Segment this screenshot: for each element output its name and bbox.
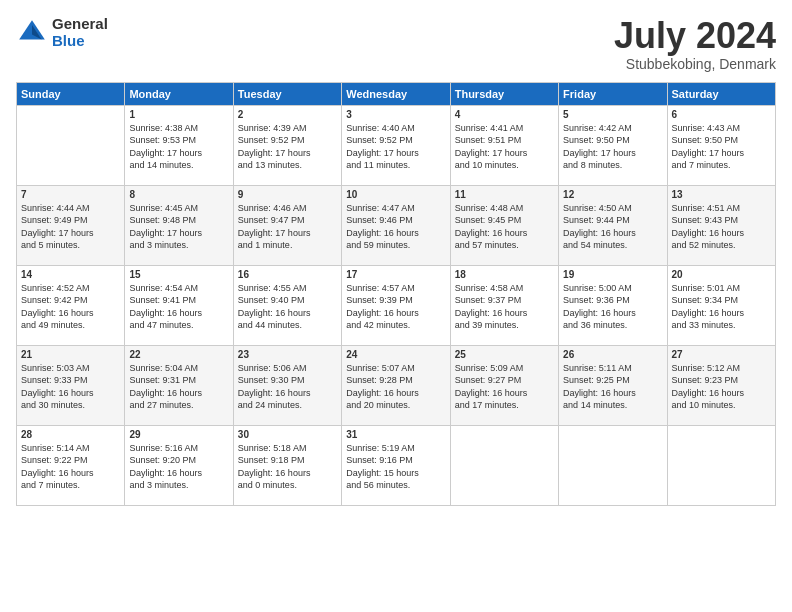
day-number: 31 xyxy=(346,429,445,440)
cell-line: and 7 minutes. xyxy=(672,159,771,172)
cell-line: and 52 minutes. xyxy=(672,239,771,252)
cell-line: Sunrise: 5:01 AM xyxy=(672,282,771,295)
day-number: 3 xyxy=(346,109,445,120)
cell-line: Daylight: 16 hours xyxy=(238,387,337,400)
calendar-cell: 14Sunrise: 4:52 AMSunset: 9:42 PMDayligh… xyxy=(17,265,125,345)
calendar-cell: 8Sunrise: 4:45 AMSunset: 9:48 PMDaylight… xyxy=(125,185,233,265)
cell-line: Sunset: 9:25 PM xyxy=(563,374,662,387)
cell-line: Sunset: 9:52 PM xyxy=(346,134,445,147)
cell-line: Daylight: 16 hours xyxy=(21,467,120,480)
day-header-sunday: Sunday xyxy=(17,82,125,105)
day-number: 14 xyxy=(21,269,120,280)
cell-line: Daylight: 16 hours xyxy=(672,387,771,400)
cell-line: Daylight: 16 hours xyxy=(21,307,120,320)
cell-line: Sunset: 9:40 PM xyxy=(238,294,337,307)
cell-line: Sunrise: 4:50 AM xyxy=(563,202,662,215)
calendar-cell: 19Sunrise: 5:00 AMSunset: 9:36 PMDayligh… xyxy=(559,265,667,345)
cell-line: Sunset: 9:30 PM xyxy=(238,374,337,387)
cell-line: Sunrise: 4:58 AM xyxy=(455,282,554,295)
logo-text: General Blue xyxy=(52,16,108,49)
cell-line: Sunrise: 5:06 AM xyxy=(238,362,337,375)
cell-content: Sunrise: 4:58 AMSunset: 9:37 PMDaylight:… xyxy=(455,282,554,332)
month-title: July 2024 xyxy=(614,16,776,56)
cell-content: Sunrise: 4:46 AMSunset: 9:47 PMDaylight:… xyxy=(238,202,337,252)
cell-content: Sunrise: 5:06 AMSunset: 9:30 PMDaylight:… xyxy=(238,362,337,412)
cell-line: Sunset: 9:34 PM xyxy=(672,294,771,307)
cell-line: and 10 minutes. xyxy=(455,159,554,172)
cell-line: Sunset: 9:41 PM xyxy=(129,294,228,307)
cell-line: and 33 minutes. xyxy=(672,319,771,332)
cell-line: Daylight: 16 hours xyxy=(129,387,228,400)
day-number: 6 xyxy=(672,109,771,120)
cell-line: and 3 minutes. xyxy=(129,479,228,492)
cell-line: and 57 minutes. xyxy=(455,239,554,252)
cell-line: Sunset: 9:50 PM xyxy=(563,134,662,147)
calendar-cell: 21Sunrise: 5:03 AMSunset: 9:33 PMDayligh… xyxy=(17,345,125,425)
cell-content: Sunrise: 4:52 AMSunset: 9:42 PMDaylight:… xyxy=(21,282,120,332)
day-number: 15 xyxy=(129,269,228,280)
calendar-table: SundayMondayTuesdayWednesdayThursdayFrid… xyxy=(16,82,776,506)
cell-line: Sunrise: 4:44 AM xyxy=(21,202,120,215)
cell-line: Sunrise: 5:16 AM xyxy=(129,442,228,455)
day-header-tuesday: Tuesday xyxy=(233,82,341,105)
cell-line: Sunrise: 5:07 AM xyxy=(346,362,445,375)
cell-line: Sunset: 9:31 PM xyxy=(129,374,228,387)
day-number: 11 xyxy=(455,189,554,200)
cell-content: Sunrise: 4:45 AMSunset: 9:48 PMDaylight:… xyxy=(129,202,228,252)
cell-line: Daylight: 16 hours xyxy=(563,387,662,400)
day-number: 25 xyxy=(455,349,554,360)
cell-line: Sunset: 9:23 PM xyxy=(672,374,771,387)
cell-line: and 14 minutes. xyxy=(129,159,228,172)
cell-line: Sunrise: 5:03 AM xyxy=(21,362,120,375)
cell-line: and 24 minutes. xyxy=(238,399,337,412)
cell-line: Sunrise: 4:40 AM xyxy=(346,122,445,135)
cell-line: Daylight: 16 hours xyxy=(346,227,445,240)
day-number: 29 xyxy=(129,429,228,440)
cell-line: Sunset: 9:52 PM xyxy=(238,134,337,147)
calendar-cell: 9Sunrise: 4:46 AMSunset: 9:47 PMDaylight… xyxy=(233,185,341,265)
day-number: 23 xyxy=(238,349,337,360)
cell-content: Sunrise: 4:40 AMSunset: 9:52 PMDaylight:… xyxy=(346,122,445,172)
cell-line: Sunrise: 4:57 AM xyxy=(346,282,445,295)
cell-content: Sunrise: 4:38 AMSunset: 9:53 PMDaylight:… xyxy=(129,122,228,172)
week-row-2: 7Sunrise: 4:44 AMSunset: 9:49 PMDaylight… xyxy=(17,185,776,265)
day-header-monday: Monday xyxy=(125,82,233,105)
week-row-5: 28Sunrise: 5:14 AMSunset: 9:22 PMDayligh… xyxy=(17,425,776,505)
cell-line: Daylight: 17 hours xyxy=(129,147,228,160)
cell-line: and 30 minutes. xyxy=(21,399,120,412)
cell-content: Sunrise: 4:50 AMSunset: 9:44 PMDaylight:… xyxy=(563,202,662,252)
calendar-cell: 6Sunrise: 4:43 AMSunset: 9:50 PMDaylight… xyxy=(667,105,775,185)
cell-line: and 7 minutes. xyxy=(21,479,120,492)
cell-line: Sunrise: 5:00 AM xyxy=(563,282,662,295)
cell-line: Sunrise: 5:04 AM xyxy=(129,362,228,375)
cell-line: Sunrise: 5:12 AM xyxy=(672,362,771,375)
cell-line: Sunset: 9:48 PM xyxy=(129,214,228,227)
cell-line: Daylight: 16 hours xyxy=(21,387,120,400)
day-number: 2 xyxy=(238,109,337,120)
cell-content: Sunrise: 4:57 AMSunset: 9:39 PMDaylight:… xyxy=(346,282,445,332)
cell-line: and 49 minutes. xyxy=(21,319,120,332)
cell-line: Daylight: 15 hours xyxy=(346,467,445,480)
cell-line: Sunrise: 4:39 AM xyxy=(238,122,337,135)
page: General Blue July 2024 Stubbekobing, Den… xyxy=(0,0,792,612)
cell-line: Daylight: 17 hours xyxy=(455,147,554,160)
cell-content: Sunrise: 4:51 AMSunset: 9:43 PMDaylight:… xyxy=(672,202,771,252)
cell-line: Daylight: 17 hours xyxy=(563,147,662,160)
day-number: 21 xyxy=(21,349,120,360)
cell-line: and 5 minutes. xyxy=(21,239,120,252)
cell-line: Sunset: 9:47 PM xyxy=(238,214,337,227)
cell-line: and 36 minutes. xyxy=(563,319,662,332)
cell-content: Sunrise: 4:54 AMSunset: 9:41 PMDaylight:… xyxy=(129,282,228,332)
cell-line: and 13 minutes. xyxy=(238,159,337,172)
cell-line: Daylight: 17 hours xyxy=(129,227,228,240)
cell-line: Daylight: 16 hours xyxy=(455,307,554,320)
cell-line: Sunset: 9:49 PM xyxy=(21,214,120,227)
calendar-cell: 10Sunrise: 4:47 AMSunset: 9:46 PMDayligh… xyxy=(342,185,450,265)
cell-content: Sunrise: 5:14 AMSunset: 9:22 PMDaylight:… xyxy=(21,442,120,492)
cell-line: Sunrise: 5:19 AM xyxy=(346,442,445,455)
cell-line: Daylight: 16 hours xyxy=(672,227,771,240)
calendar-cell: 16Sunrise: 4:55 AMSunset: 9:40 PMDayligh… xyxy=(233,265,341,345)
calendar-cell xyxy=(450,425,558,505)
week-row-4: 21Sunrise: 5:03 AMSunset: 9:33 PMDayligh… xyxy=(17,345,776,425)
cell-line: Daylight: 16 hours xyxy=(455,227,554,240)
